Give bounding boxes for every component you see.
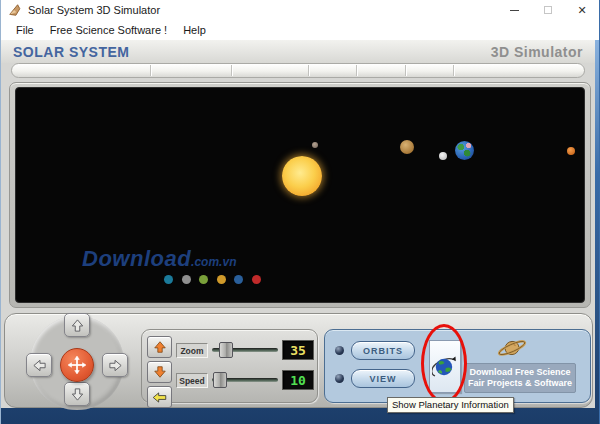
app-icon: [8, 3, 22, 17]
zoom-value-display: 35: [282, 340, 314, 360]
watermark-dot: [164, 275, 173, 284]
arrow-up-outline-icon: [70, 318, 85, 333]
app-window: Solar System 3D Simulator ✕ File Free Sc…: [0, 0, 600, 424]
promo-line2: Fair Projects & Software: [468, 378, 572, 389]
promo-line1: Download Free Science: [469, 367, 570, 378]
center-view-button[interactable]: [60, 348, 94, 382]
app-header: SOLAR SYSTEM 3D Simulator: [1, 40, 595, 63]
toolbar-divider: [356, 65, 357, 76]
app-body: SOLAR SYSTEM 3D Simulator Download.com.v…: [1, 40, 600, 424]
pan-right-button[interactable]: [102, 353, 128, 377]
direction-pad: [30, 316, 124, 410]
pan-up-button[interactable]: [64, 313, 90, 337]
minimize-button[interactable]: [497, 0, 531, 20]
arrow-left-outline-icon: [32, 358, 47, 373]
reset-view-button[interactable]: [147, 386, 172, 408]
planet-mars: [567, 147, 575, 155]
control-panel: Zoom 35 Speed 10 ORBITS: [4, 313, 593, 408]
arrow-right-outline-icon: [108, 358, 123, 373]
viewport-frame: Download.com.vn: [9, 82, 591, 308]
zoom-slider[interactable]: [212, 342, 278, 358]
watermark-main: Download: [82, 246, 191, 271]
watermark: Download.com.vn: [82, 246, 236, 272]
title-bar: Solar System 3D Simulator ✕: [1, 0, 599, 20]
page-subtitle: 3D Simulator: [491, 44, 583, 60]
zoom-in-button[interactable]: [147, 336, 172, 358]
menu-help[interactable]: Help: [175, 22, 214, 39]
earth-orbit-icon: [432, 352, 458, 382]
planetary-info-button[interactable]: [429, 340, 461, 393]
download-promo[interactable]: Download Free Science Fair Projects & So…: [464, 363, 576, 393]
planet-earth: [455, 141, 474, 160]
toolbar-divider: [405, 65, 406, 76]
saturn-icon: [495, 335, 529, 361]
watermark-dot: [182, 275, 191, 284]
zoom-label: Zoom: [176, 343, 208, 358]
minimize-icon: [510, 10, 519, 11]
orbits-indicator-led[interactable]: [335, 346, 344, 355]
toolbar-divider: [308, 65, 309, 76]
watermark-dot: [234, 275, 243, 284]
menu-file[interactable]: File: [8, 22, 42, 39]
toolbar-divider: [150, 65, 151, 76]
toolbar-divider: [453, 65, 454, 76]
speed-slider[interactable]: [212, 372, 278, 388]
page-title: SOLAR SYSTEM: [13, 44, 129, 60]
maximize-icon: [544, 6, 552, 14]
view-indicator-led[interactable]: [335, 374, 344, 383]
watermark-dot: [199, 275, 208, 284]
pan-left-button[interactable]: [26, 353, 52, 377]
pan-down-button[interactable]: [64, 382, 90, 406]
toolbar-strip: [11, 63, 585, 78]
arrow-down-outline-icon: [70, 387, 85, 402]
tooltip: Show Planetary Information: [387, 397, 514, 413]
move-icon: [67, 355, 87, 375]
close-button[interactable]: ✕: [565, 0, 599, 20]
zoom-out-button[interactable]: [147, 361, 172, 383]
app-content: SOLAR SYSTEM 3D Simulator Download.com.v…: [1, 40, 595, 408]
options-panel: ORBITS VIEW: [324, 329, 591, 403]
planet-sun: [282, 156, 322, 196]
orange-arrow-down-icon: [153, 365, 167, 379]
zoom-slider-thumb[interactable]: [219, 342, 233, 358]
watermark-dot: [252, 275, 261, 284]
speed-value-display: 10: [282, 370, 314, 390]
maximize-button[interactable]: [531, 0, 565, 20]
close-icon: ✕: [577, 5, 586, 16]
view-button[interactable]: VIEW: [351, 369, 415, 388]
planet-moon: [439, 152, 447, 160]
speed-slider-thumb[interactable]: [213, 372, 227, 388]
planet-mercury: [312, 142, 318, 148]
orbits-button[interactable]: ORBITS: [351, 341, 415, 360]
toolbar-divider: [231, 65, 232, 76]
speed-label: Speed: [176, 373, 208, 388]
watermark-suffix: .com.vn: [191, 255, 236, 269]
planet-venus: [400, 140, 414, 154]
window-title: Solar System 3D Simulator: [28, 4, 160, 16]
simulation-viewport[interactable]: Download.com.vn: [15, 87, 585, 303]
watermark-dot: [217, 275, 226, 284]
orange-arrow-up-icon: [153, 340, 167, 354]
menu-free-science-software[interactable]: Free Science Software !: [42, 22, 175, 39]
menu-bar: File Free Science Software ! Help: [1, 20, 599, 40]
yellow-back-arrow-icon: [152, 391, 167, 404]
zoom-speed-panel: Zoom 35 Speed 10: [141, 329, 318, 403]
watermark-dots: [164, 275, 261, 284]
